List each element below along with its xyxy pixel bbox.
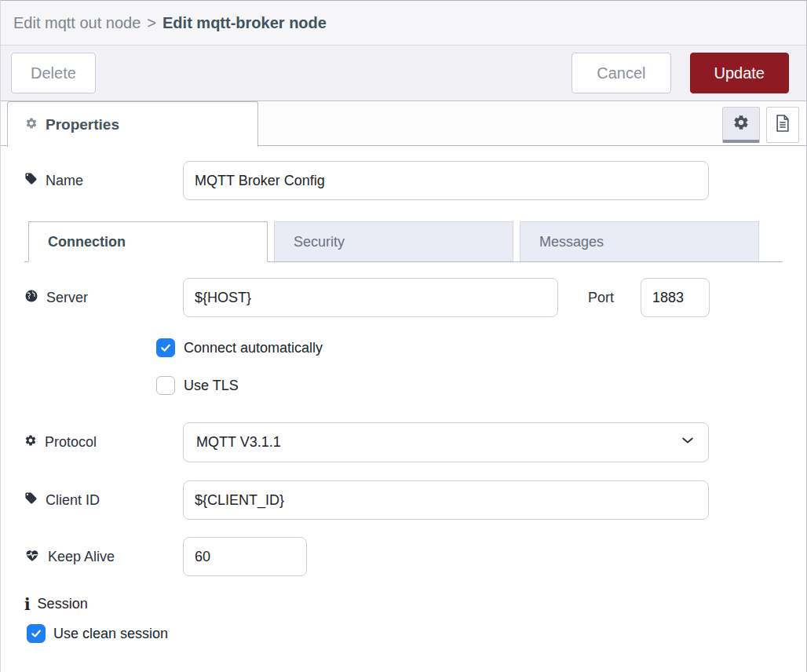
breadcrumb-parent[interactable]: Edit mqtt out node — [13, 14, 141, 32]
breadcrumb: Edit mqtt out node > Edit mqtt-broker no… — [1, 1, 806, 46]
editor-toolbar-buttons — [722, 107, 799, 143]
use-clean-session-label: Use clean session — [53, 626, 168, 642]
keep-alive-row: Keep Alive — [24, 537, 783, 576]
doc-icon — [774, 114, 791, 136]
server-row: Server Port — [24, 278, 783, 317]
delete-button[interactable]: Delete — [11, 53, 96, 93]
name-row: Name — [24, 161, 783, 200]
keep-alive-label-text: Keep Alive — [48, 549, 115, 565]
subtab-messages-label: Messages — [539, 234, 604, 250]
subtab-messages[interactable]: Messages — [520, 221, 759, 261]
check-icon — [30, 627, 42, 640]
use-tls-checkbox[interactable] — [156, 376, 175, 395]
breadcrumb-current: Edit mqtt-broker node — [162, 14, 327, 32]
keep-alive-label: Keep Alive — [24, 548, 183, 566]
protocol-row: Protocol MQTT V3.1.1 — [24, 422, 783, 462]
node-description-button[interactable] — [766, 107, 799, 143]
session-heading: i Session — [24, 596, 783, 612]
edit-mqtt-broker-dialog: Edit mqtt out node > Edit mqtt-broker no… — [0, 0, 807, 672]
protocol-label: Protocol — [24, 434, 183, 451]
subtab-connection-label: Connection — [48, 234, 126, 250]
client-id-input[interactable] — [183, 480, 709, 520]
info-icon: i — [24, 597, 31, 612]
heartbeat-icon — [24, 548, 40, 566]
tab-properties[interactable]: Properties — [7, 101, 258, 147]
port-label: Port — [588, 290, 614, 306]
server-input[interactable] — [183, 278, 558, 317]
connect-automatically-checkbox[interactable] — [156, 338, 175, 357]
subtab-security-label: Security — [294, 234, 345, 250]
gear-icon — [24, 434, 37, 451]
chevron-down-icon — [680, 433, 696, 452]
client-id-label-text: Client ID — [46, 492, 100, 509]
port-input[interactable] — [641, 278, 710, 317]
properties-form: Name Connection Security Messages — [1, 161, 806, 643]
broker-subtabs: Connection Security Messages — [24, 221, 783, 262]
globe-icon — [24, 289, 38, 307]
gear-icon — [732, 114, 750, 134]
tag-icon — [24, 172, 38, 189]
dialog-toolbar: Delete Cancel Update — [1, 46, 806, 101]
protocol-selected-value: MQTT V3.1.1 — [196, 434, 281, 451]
protocol-label-text: Protocol — [45, 434, 97, 451]
subtab-connection[interactable]: Connection — [28, 221, 268, 262]
name-label-text: Name — [46, 173, 83, 189]
keep-alive-input[interactable] — [183, 537, 307, 576]
tab-properties-label: Properties — [46, 116, 119, 133]
use-clean-session-row: Use clean session — [24, 624, 783, 643]
name-label: Name — [24, 172, 183, 189]
node-settings-button[interactable] — [722, 107, 760, 143]
editor-tab-row: Properties — [1, 101, 806, 146]
update-button[interactable]: Update — [690, 53, 790, 93]
use-clean-session-checkbox[interactable] — [27, 624, 46, 643]
breadcrumb-separator: > — [147, 14, 156, 32]
server-label: Server — [24, 289, 183, 307]
subtab-security[interactable]: Security — [274, 221, 513, 261]
server-label-text: Server — [46, 290, 88, 306]
connect-automatically-row: Connect automatically — [24, 338, 783, 357]
client-id-row: Client ID — [24, 480, 783, 520]
session-label: Session — [38, 596, 88, 612]
name-input[interactable] — [183, 161, 709, 200]
tag-icon — [24, 491, 38, 509]
connect-automatically-label: Connect automatically — [184, 340, 323, 356]
use-tls-row: Use TLS — [24, 376, 783, 395]
protocol-select[interactable]: MQTT V3.1.1 — [183, 422, 709, 462]
cancel-button[interactable]: Cancel — [571, 53, 670, 93]
check-icon — [159, 341, 172, 354]
client-id-label: Client ID — [24, 491, 183, 509]
use-tls-label: Use TLS — [184, 378, 239, 394]
gear-icon — [25, 117, 38, 133]
